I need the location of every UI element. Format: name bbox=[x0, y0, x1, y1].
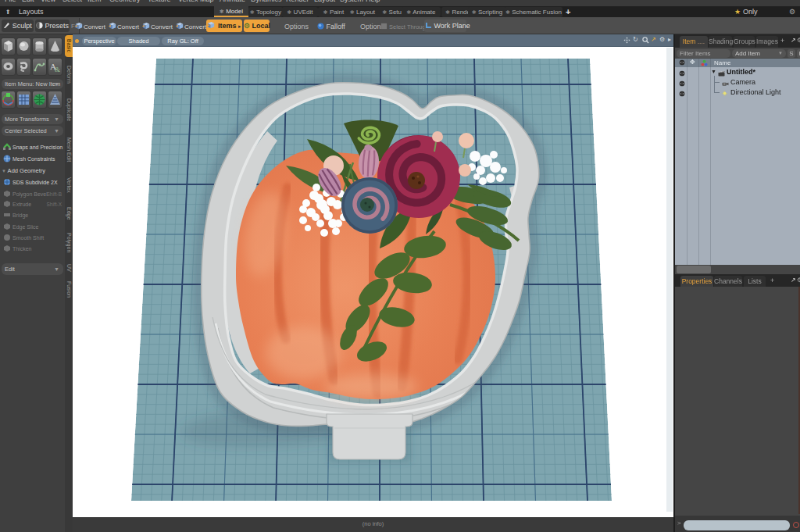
svg-text:&: & bbox=[55, 66, 60, 73]
